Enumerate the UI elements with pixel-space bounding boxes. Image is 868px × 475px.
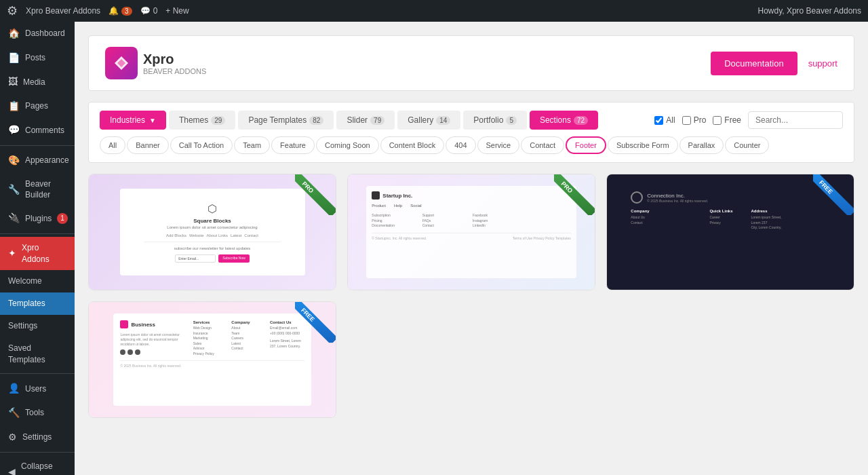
sidebar-item-comments[interactable]: 💬 Comments [0, 118, 75, 142]
sub-filter-404[interactable]: 404 [446, 136, 475, 154]
preview-2-nav: ProductHelpSocial [372, 204, 570, 208]
filter-tab-portfolio[interactable]: Portfolio 5 [463, 111, 527, 130]
gallery-count: 14 [436, 116, 450, 125]
sub-filter-feature[interactable]: Feature [271, 136, 315, 154]
user-greeting: Howdy, Xpro Beaver Addons [757, 6, 861, 16]
sidebar-item-pages[interactable]: 📋 Pages [0, 94, 75, 119]
preview-3-tagline: © 2025 Business Inc. All rights reserved… [647, 199, 708, 203]
preview-4-desc: Lorem ipsum dolor sit amet consectetur a… [120, 332, 189, 347]
preview-1-email-input: Enter Email... [175, 254, 216, 263]
sidebar-item-plugins[interactable]: 🔌 Plugins 1 [0, 206, 75, 231]
sidebar-item-welcome[interactable]: Welcome [0, 270, 75, 292]
sidebar-item-beaver-builder[interactable]: 🔧 Beaver Builder [0, 173, 75, 207]
sidebar-label-global-settings: Settings [22, 432, 52, 443]
filter-tab-page-templates[interactable]: Page Templates 82 [238, 111, 334, 130]
preview-2-footer: © Startupinc. Inc. All rights reserved. … [372, 233, 570, 240]
search-input[interactable] [748, 111, 843, 129]
support-button[interactable]: support [808, 58, 837, 69]
sidebar-label-media: Media [23, 77, 45, 88]
sub-filter-parallax[interactable]: Parallax [679, 136, 724, 154]
xpro-icon: ✦ [8, 247, 16, 261]
filter-tab-slider[interactable]: Slider 79 [336, 111, 395, 130]
sidebar-item-saved-templates[interactable]: Saved Templates [0, 337, 75, 371]
sub-filter-all[interactable]: All [100, 136, 125, 154]
sub-filter-service[interactable]: Service [477, 136, 520, 154]
template-card-2[interactable]: Startup Inc. ProductHelpSocial Subscript… [347, 174, 595, 290]
sub-filter-banner[interactable]: Banner [127, 136, 168, 154]
preview-3-brand-block: Connection Inc. © 2025 Business Inc. All… [647, 193, 708, 203]
checkbox-free-label: Free [724, 115, 741, 125]
checkbox-free[interactable]: Free [713, 115, 741, 125]
sidebar-item-tools[interactable]: 🔨 Tools [0, 401, 75, 425]
preview-1-tagline: subscribe our newsletter for latest upda… [174, 246, 251, 250]
sidebar-item-media[interactable]: 🖼 Media [0, 70, 75, 94]
template-card-1[interactable]: ⬡ Square Blocks Lorem ipsum dolor sit am… [88, 174, 336, 290]
sidebar-label-welcome: Welcome [8, 276, 42, 287]
plugins-badge: 1 [57, 213, 68, 224]
social-icon-3 [135, 349, 140, 355]
sidebar-item-global-settings[interactable]: ⚙ Settings [0, 425, 75, 450]
sub-filter-content-block[interactable]: Content Block [380, 136, 444, 154]
sub-filter-team[interactable]: Team [234, 136, 270, 154]
template-card-3[interactable]: Connection Inc. © 2025 Business Inc. All… [606, 174, 854, 290]
preview-2-col-2: Support FAQs Contact [422, 213, 470, 229]
sidebar-item-xpro-addons[interactable]: ✦ Xpro Addons [0, 237, 75, 271]
sidebar-item-users[interactable]: 👤 Users [0, 377, 75, 401]
filter-tab-gallery[interactable]: Gallery 14 [397, 111, 460, 130]
pages-icon: 📋 [8, 100, 20, 113]
dashboard-icon: 🏠 [8, 27, 20, 41]
documentation-button[interactable]: Documentation [711, 52, 797, 75]
filter-section: Industries ▼ Themes 29 Page Templates 82… [88, 102, 854, 163]
filter-tab-themes[interactable]: Themes 29 [169, 111, 235, 130]
content-area: Xpro BEAVER ADDONS Documentation support… [75, 22, 868, 475]
preview-3-cols: Company About Us Contact Quick Links Car… [631, 209, 829, 231]
preview-2-col-1: Subscription Pricing Documentation [372, 213, 419, 229]
sidebar-label-xpro: Xpro Addons [22, 242, 66, 265]
plugins-icon: 🔌 [8, 212, 20, 225]
wp-logo-icon: ⚙ [7, 3, 18, 18]
sub-filter-subscribe[interactable]: Subscribe Form [608, 136, 678, 154]
sidebar-item-appearance[interactable]: 🎨 Appearance [0, 149, 75, 173]
sidebar-label-templates: Templates [8, 298, 45, 309]
sub-filter-counter[interactable]: Counter [725, 136, 769, 154]
checkbox-all[interactable]: All [654, 115, 675, 125]
sidebar-item-settings[interactable]: Settings [0, 315, 75, 337]
sidebar-label-settings: Settings [8, 320, 37, 332]
sub-filter-cta[interactable]: Call To Action [170, 136, 233, 154]
settings-icon: ⚙ [8, 431, 17, 444]
sidebar-item-templates[interactable]: Templates [0, 292, 75, 315]
checkbox-pro[interactable]: Pro [682, 115, 707, 125]
site-name[interactable]: Xpro Beaver Addons [26, 6, 100, 16]
preview-1-title: Square Blocks [193, 218, 231, 224]
preview-1-form: Enter Email... Subscribe Now [175, 254, 250, 263]
notification-badge: 3 [121, 7, 132, 16]
page-templates-label: Page Templates [248, 115, 307, 125]
sidebar-item-dashboard[interactable]: 🏠 Dashboard [0, 22, 75, 46]
template-preview-2: Startup Inc. ProductHelpSocial Subscript… [348, 174, 595, 290]
checkbox-free-input[interactable] [713, 116, 722, 125]
slider-count: 79 [370, 116, 384, 125]
sidebar-item-collapse[interactable]: ◀ Collapse menu [0, 455, 75, 475]
sub-filter-coming-soon[interactable]: Coming Soon [316, 136, 379, 154]
template-card-4[interactable]: Business Lorem ipsum dolor sit amet cons… [88, 301, 336, 418]
new-item[interactable]: + New [165, 6, 189, 16]
free-badge-3 [813, 174, 854, 215]
template-preview-4: Business Lorem ipsum dolor sit amet cons… [89, 302, 336, 417]
filter-tab-sections[interactable]: Sections 72 [530, 111, 598, 130]
checkbox-pro-input[interactable] [682, 116, 691, 125]
sidebar-item-posts[interactable]: 📄 Posts [0, 46, 75, 71]
sidebar-label-appearance: Appearance [25, 155, 69, 166]
logo-sub-text: BEAVER ADDONS [143, 67, 206, 75]
preview-1-divider [144, 242, 281, 242]
portfolio-label: Portfolio [473, 115, 503, 125]
notifications-item[interactable]: 🔔 3 [108, 6, 132, 16]
portfolio-count: 5 [506, 116, 517, 125]
top-filters: Industries ▼ Themes 29 Page Templates 82… [100, 111, 843, 130]
sidebar-label-users: Users [25, 383, 46, 395]
free-badge-4 [295, 302, 336, 343]
comments-item[interactable]: 💬 0 [140, 6, 158, 16]
checkbox-all-input[interactable] [654, 116, 663, 125]
sub-filter-footer[interactable]: Footer [566, 136, 606, 154]
sub-filter-contact[interactable]: Contact [521, 136, 564, 154]
filter-tab-industries[interactable]: Industries ▼ [100, 111, 166, 130]
